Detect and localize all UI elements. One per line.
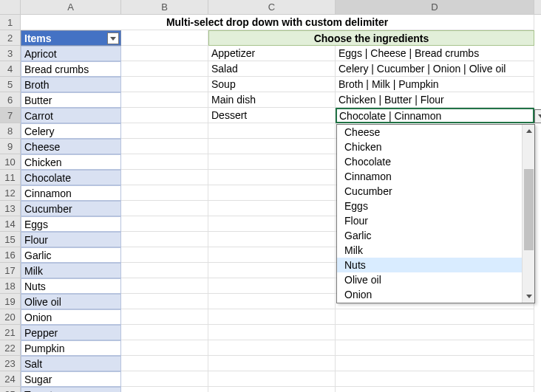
row-header-14[interactable]: 14	[0, 216, 21, 232]
cell[interactable]	[121, 185, 208, 201]
cell[interactable]	[121, 232, 208, 247]
cell-b4[interactable]	[121, 61, 208, 77]
dropdown-option[interactable]: Chicken	[337, 140, 523, 154]
cell[interactable]	[336, 387, 534, 392]
item-cell[interactable]: Butter	[21, 92, 121, 108]
item-cell[interactable]: Tomato	[21, 387, 121, 392]
cell[interactable]	[208, 309, 336, 325]
pair-label[interactable]: Main dish	[208, 92, 336, 108]
cell[interactable]	[208, 278, 336, 294]
cell[interactable]	[121, 309, 208, 325]
col-header-d[interactable]: D	[336, 0, 534, 14]
filter-dropdown-button[interactable]	[107, 32, 119, 44]
cell[interactable]	[208, 185, 336, 201]
col-header-b[interactable]: B	[121, 0, 208, 14]
cell[interactable]	[208, 356, 336, 371]
item-cell[interactable]: Olive oil	[21, 294, 121, 309]
dropdown-option[interactable]: Cheese	[337, 125, 523, 140]
item-cell[interactable]: Chocolate	[21, 170, 121, 185]
cell[interactable]	[121, 170, 208, 185]
item-cell[interactable]: Onion	[21, 309, 121, 325]
item-cell[interactable]: Cinnamon	[21, 185, 121, 201]
item-cell[interactable]: Celery	[21, 123, 121, 139]
cell[interactable]	[121, 139, 208, 154]
cell[interactable]	[208, 170, 336, 185]
cell[interactable]	[121, 201, 208, 216]
row-header-12[interactable]: 12	[0, 185, 21, 201]
row-header-13[interactable]: 13	[0, 201, 21, 216]
item-cell[interactable]: Eggs	[21, 216, 121, 232]
cell[interactable]	[121, 263, 208, 278]
row-header-8[interactable]: 8	[0, 123, 21, 139]
item-cell[interactable]: Pumpkin	[21, 340, 121, 356]
pair-value[interactable]: Eggs | Cheese | Bread crumbs	[336, 46, 534, 61]
row-header-15[interactable]: 15	[0, 232, 21, 247]
cell[interactable]	[208, 325, 336, 340]
cell-b7[interactable]	[121, 108, 208, 123]
cell[interactable]	[121, 356, 208, 371]
selected-cell[interactable]: Chocolate | Cinnamon	[336, 108, 534, 123]
cell[interactable]	[121, 154, 208, 170]
cell[interactable]	[208, 139, 336, 154]
cell[interactable]	[121, 216, 208, 232]
cell-b2[interactable]	[121, 30, 208, 46]
data-validation-dropdown-button[interactable]	[534, 109, 541, 123]
cell[interactable]	[121, 387, 208, 392]
item-cell[interactable]: Flour	[21, 232, 121, 247]
item-cell[interactable]: Apricot	[21, 46, 121, 61]
dropdown-option[interactable]: Garlic	[337, 228, 523, 243]
cell-b5[interactable]	[121, 77, 208, 92]
col-header-a[interactable]: A	[21, 0, 121, 14]
scroll-down-button[interactable]	[523, 290, 535, 303]
cell[interactable]	[208, 387, 336, 392]
row-header-10[interactable]: 10	[0, 154, 21, 170]
dropdown-option[interactable]: Eggs	[337, 199, 523, 213]
cell[interactable]	[121, 278, 208, 294]
item-cell[interactable]: Broth	[21, 77, 121, 92]
page-title[interactable]: Multi-select drop down with custom delim…	[21, 15, 534, 30]
dropdown-option[interactable]: Milk	[337, 243, 523, 258]
cell[interactable]	[121, 247, 208, 263]
item-cell[interactable]: Nuts	[21, 278, 121, 294]
row-header-9[interactable]: 9	[0, 139, 21, 154]
row-header-6[interactable]: 6	[0, 92, 21, 108]
dropdown-option[interactable]: Olive oil	[337, 272, 523, 287]
item-cell[interactable]: Bread crumbs	[21, 61, 121, 77]
cell[interactable]	[336, 309, 534, 325]
scroll-up-button[interactable]	[523, 125, 535, 137]
row-header-23[interactable]: 23	[0, 356, 21, 371]
cell[interactable]	[208, 247, 336, 263]
row-header-21[interactable]: 21	[0, 325, 21, 340]
dropdown-option[interactable]: Cucumber	[337, 184, 523, 199]
cell[interactable]	[121, 325, 208, 340]
row-header-4[interactable]: 4	[0, 61, 21, 77]
cell[interactable]	[336, 371, 534, 387]
pair-label[interactable]: Dessert	[208, 108, 336, 123]
row-header-18[interactable]: 18	[0, 278, 21, 294]
cell[interactable]	[336, 325, 534, 340]
cell[interactable]	[336, 340, 534, 356]
item-cell[interactable]: Salt	[21, 356, 121, 371]
item-cell[interactable]: Cheese	[21, 139, 121, 154]
cell[interactable]	[121, 371, 208, 387]
row-header-16[interactable]: 16	[0, 247, 21, 263]
col-header-c[interactable]: C	[208, 0, 336, 14]
pair-label[interactable]: Soup	[208, 77, 336, 92]
pair-label[interactable]: Salad	[208, 61, 336, 77]
item-cell[interactable]: Chicken	[21, 154, 121, 170]
cell[interactable]	[208, 232, 336, 247]
pair-value[interactable]: Celery | Cucumber | Onion | Olive oil	[336, 61, 534, 77]
row-header-3[interactable]: 3	[0, 46, 21, 61]
dropdown-option[interactable]: Cinnamon	[337, 169, 523, 184]
item-cell[interactable]: Sugar	[21, 371, 121, 387]
cell[interactable]	[208, 123, 336, 139]
cell[interactable]	[121, 294, 208, 309]
item-cell[interactable]: Milk	[21, 263, 121, 278]
cell[interactable]	[208, 201, 336, 216]
pair-value[interactable]: Broth | Milk | Pumpkin	[336, 77, 534, 92]
cell[interactable]	[121, 340, 208, 356]
pair-value[interactable]: Chicken | Butter | Flour	[336, 92, 534, 108]
item-cell[interactable]: Pepper	[21, 325, 121, 340]
cell-b3[interactable]	[121, 46, 208, 61]
cell[interactable]	[336, 356, 534, 371]
